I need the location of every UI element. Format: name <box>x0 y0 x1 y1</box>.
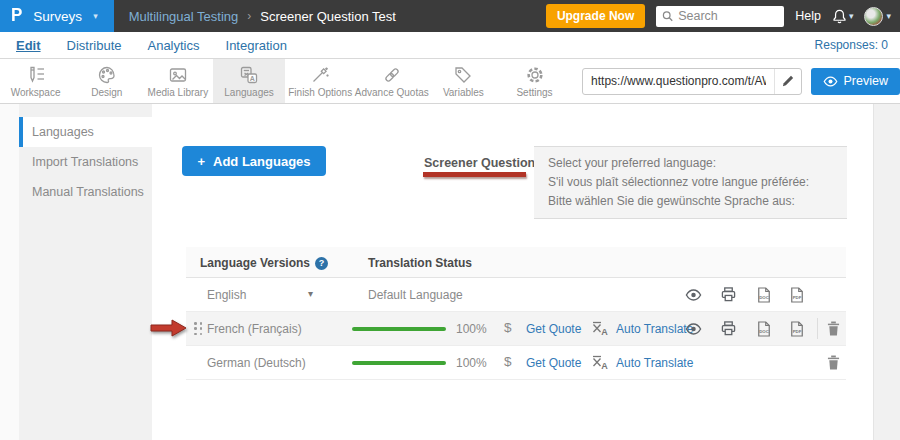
language-name: German (Deutsch) <box>207 356 306 370</box>
download-doc-button[interactable]: DOC <box>757 287 771 307</box>
language-versions-header: Language Versions <box>200 256 310 270</box>
sidebar-item-languages[interactable]: Languages <box>19 117 152 147</box>
auto-translate-link[interactable]: Auto Translate <box>616 356 693 370</box>
edit-toolbar: Workspace Design Media Library A Languag… <box>0 59 900 104</box>
sidebar-item-manual-translations[interactable]: Manual Translations <box>19 177 152 207</box>
tool-media-library[interactable]: Media Library <box>142 59 213 103</box>
table-header: Language Versions ? Translation Status <box>186 247 846 278</box>
languages-panel: + Add Languages Screener Question : Sele… <box>152 104 873 440</box>
help-link[interactable]: Help <box>795 9 821 23</box>
download-pdf-button[interactable]: PDF <box>790 287 804 307</box>
tool-design[interactable]: Design <box>71 59 142 103</box>
red-arrow-annotation <box>150 318 188 338</box>
tab-integration[interactable]: Integration <box>226 38 287 53</box>
screener-line-english: Select your preferred language: <box>548 154 833 173</box>
top-bar: P Surveys ▾ Multilingual Testing › Scree… <box>0 0 900 32</box>
table-row-german: German (Deutsch) 100% $ Get Quote A Auto… <box>186 346 846 380</box>
translate-icon: A <box>592 355 609 374</box>
doc-file-icon: DOC <box>757 287 771 303</box>
print-button[interactable] <box>721 287 736 306</box>
tool-label: Media Library <box>148 87 209 98</box>
tool-finish-options[interactable]: Finish Options <box>285 59 356 103</box>
svg-text:PDF: PDF <box>793 295 802 300</box>
right-gutter <box>873 104 900 440</box>
doc-file-icon: DOC <box>757 321 771 337</box>
tool-label: Workspace <box>11 87 61 98</box>
tool-languages[interactable]: A Languages <box>213 59 284 103</box>
tool-label: Design <box>91 87 122 98</box>
help-icon[interactable]: ? <box>315 257 328 270</box>
chevron-down-icon: ▾ <box>886 11 891 21</box>
translation-progress-bar <box>352 361 446 365</box>
survey-url-input[interactable] <box>583 74 774 88</box>
delete-language-button[interactable] <box>827 355 840 374</box>
edit-url-button[interactable] <box>774 68 801 95</box>
add-languages-button[interactable]: + Add Languages <box>182 146 326 176</box>
tab-edit[interactable]: Edit <box>16 38 41 53</box>
search-input[interactable] <box>678 9 778 23</box>
notifications-menu[interactable]: ▾ <box>832 9 854 24</box>
trash-icon <box>827 355 840 370</box>
auto-translate-link[interactable]: Auto Translate <box>616 322 693 336</box>
screener-line-german: Bitte wählen Sie die gewünschte Sprache … <box>548 192 833 211</box>
product-name: Surveys <box>33 9 82 24</box>
pdf-file-icon: PDF <box>790 287 804 303</box>
language-name: English <box>207 288 246 302</box>
get-quote-link[interactable]: Get Quote <box>526 356 581 370</box>
sidebar-item-import-translations[interactable]: Import Translations <box>19 147 152 177</box>
magic-wand-icon <box>310 65 330 85</box>
breadcrumb-current: Screener Question Test <box>260 9 396 24</box>
responses-count[interactable]: Responses: 0 <box>815 38 888 52</box>
tool-variables[interactable]: Variables <box>428 59 499 103</box>
eye-icon <box>685 323 702 335</box>
get-quote-link[interactable]: Get Quote <box>526 322 581 336</box>
translation-progress-value: 100% <box>456 356 487 370</box>
breadcrumb: Multilingual Testing › Screener Question… <box>129 9 396 24</box>
dollar-icon[interactable]: $ <box>504 354 512 369</box>
translation-progress-bar <box>352 327 446 331</box>
search-icon <box>662 10 673 22</box>
red-underline-annotation <box>423 172 526 177</box>
preview-language-button[interactable] <box>685 287 702 305</box>
surveys-menu[interactable]: P Surveys ▾ <box>0 0 114 32</box>
screener-question-preview: Select your preferred language: S'il vou… <box>534 146 847 219</box>
svg-text:A: A <box>250 74 255 81</box>
printer-icon <box>721 321 736 336</box>
delete-language-button[interactable] <box>827 321 840 340</box>
language-versions-table: Language Versions ? Translation Status E… <box>186 247 846 380</box>
tool-label: Finish Options <box>288 87 352 98</box>
tool-workspace[interactable]: Workspace <box>0 59 71 103</box>
download-pdf-button[interactable]: PDF <box>790 321 804 341</box>
tool-label: Variables <box>443 87 484 98</box>
preview-label: Preview <box>844 74 888 88</box>
account-menu[interactable]: ▾ <box>864 7 891 26</box>
drag-handle-icon[interactable] <box>194 322 203 336</box>
print-button[interactable] <box>721 321 736 340</box>
questionpro-logo: P <box>11 6 22 27</box>
section-tabs: Edit Distribute Analytics Integration Re… <box>0 32 900 59</box>
tool-advance-quotas[interactable]: Advance Quotas <box>356 59 428 103</box>
default-language-label: Default Language <box>368 288 463 302</box>
screener-question-label: Screener Question : <box>424 156 543 170</box>
tag-icon <box>453 65 473 85</box>
preview-language-button[interactable] <box>685 321 702 339</box>
breadcrumb-project[interactable]: Multilingual Testing <box>129 9 239 24</box>
svg-text:PDF: PDF <box>793 329 802 334</box>
printer-icon <box>721 287 736 302</box>
content-area: Languages Import Translations Manual Tra… <box>0 104 900 440</box>
download-doc-button[interactable]: DOC <box>757 321 771 341</box>
tool-settings[interactable]: Settings <box>499 59 570 103</box>
trash-icon <box>827 321 840 336</box>
default-language-dropdown[interactable]: ▾ <box>308 288 313 299</box>
svg-text:DOC: DOC <box>759 295 770 300</box>
search-box[interactable] <box>656 6 784 27</box>
dollar-icon[interactable]: $ <box>504 320 512 335</box>
bell-icon <box>832 9 847 24</box>
languages-icon: A <box>239 65 259 85</box>
tab-analytics[interactable]: Analytics <box>147 38 199 53</box>
upgrade-now-button[interactable]: Upgrade Now <box>546 4 645 28</box>
svg-text:DOC: DOC <box>759 329 770 334</box>
preview-button[interactable]: Preview <box>811 68 900 95</box>
tab-distribute[interactable]: Distribute <box>67 38 122 53</box>
translation-status-header: Translation Status <box>368 256 472 270</box>
